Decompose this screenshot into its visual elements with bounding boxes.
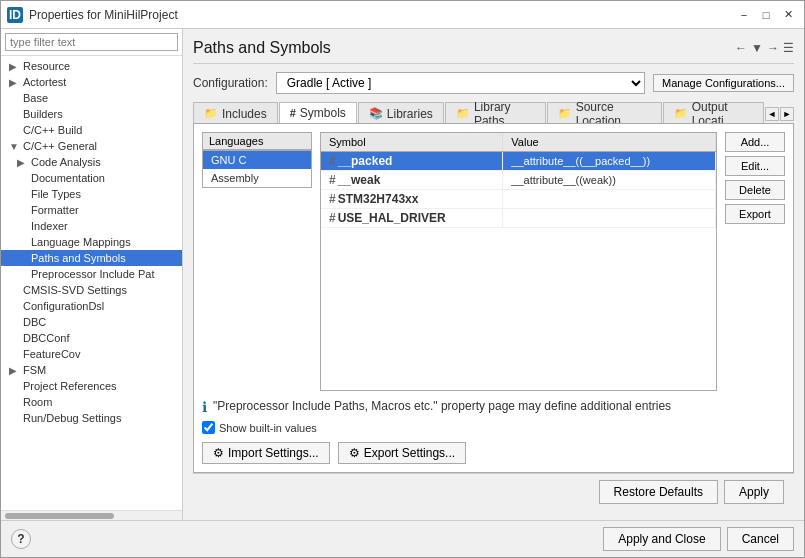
info-row: ℹ "Preprocessor Include Paths, Macros et… xyxy=(202,399,785,415)
show-builtin-label[interactable]: Show built-in values xyxy=(219,422,317,434)
delete-button[interactable]: Delete xyxy=(725,180,785,200)
main-window: ID Properties for MiniHilProject − □ ✕ ▶… xyxy=(0,0,805,558)
lang-item-gnu-c[interactable]: GNU C xyxy=(203,151,311,169)
cancel-button[interactable]: Cancel xyxy=(727,527,794,551)
sidebar-item-preprocessor[interactable]: Preprocessor Include Pat xyxy=(1,266,182,282)
show-builtin-checkbox[interactable] xyxy=(202,421,215,434)
table-row[interactable]: #STM32H743xx xyxy=(321,190,716,209)
symbol-table: Symbol Value #__packed __attribute__((__… xyxy=(321,133,716,228)
sidebar-item-formatter[interactable]: Formatter xyxy=(1,202,182,218)
tab-scroll-right-button[interactable]: ► xyxy=(780,107,794,121)
sidebar-item-featurecov[interactable]: FeatureCov xyxy=(1,346,182,362)
sidebar-item-dbc[interactable]: DBC xyxy=(1,314,182,330)
symbol-table-container: Symbol Value #__packed __attribute__((__… xyxy=(320,132,717,391)
tab-libraries[interactable]: 📚 Libraries xyxy=(358,102,444,124)
tab-output-location[interactable]: 📁 Output Locati xyxy=(663,102,764,124)
languages-section: Languages GNU C Assembly xyxy=(202,132,312,391)
window-controls: − □ ✕ xyxy=(734,6,798,24)
expand-icon: ▼ xyxy=(9,141,21,152)
sidebar-item-documentation[interactable]: Documentation xyxy=(1,170,182,186)
tabs: 📁 Includes # Symbols 📚 Libraries 📁 Libra… xyxy=(193,102,794,124)
filter-input[interactable] xyxy=(5,33,178,51)
app-icon: ID xyxy=(7,7,23,23)
sidebar-item-room[interactable]: Room xyxy=(1,394,182,410)
close-button[interactable]: ✕ xyxy=(778,6,798,24)
nav-forward-button[interactable]: → xyxy=(767,41,779,55)
import-icon: ⚙ xyxy=(213,446,224,460)
nav-menu-button[interactable]: ☰ xyxy=(783,41,794,55)
export-settings-button[interactable]: ⚙ Export Settings... xyxy=(338,442,466,464)
sidebar-item-file-types[interactable]: File Types xyxy=(1,186,182,202)
tab-source-location[interactable]: 📁 Source Location xyxy=(547,102,662,124)
tree: ▶ Resource ▶ Actortest Base Builders xyxy=(1,56,182,510)
sidebar-item-project-references[interactable]: Project References xyxy=(1,378,182,394)
sidebar-item-actortest[interactable]: ▶ Actortest xyxy=(1,74,182,90)
expand-icon: ▶ xyxy=(9,77,21,88)
tabs-container: 📁 Includes # Symbols 📚 Libraries 📁 Libra… xyxy=(193,102,794,124)
edit-button[interactable]: Edit... xyxy=(725,156,785,176)
tab-scroll-left-button[interactable]: ◄ xyxy=(765,107,779,121)
config-select[interactable]: Gradle [ Active ] xyxy=(276,72,645,94)
page-title: Paths and Symbols xyxy=(193,39,331,57)
export-button[interactable]: Export xyxy=(725,204,785,224)
nav-dropdown-button[interactable]: ▼ xyxy=(751,41,763,55)
bottom-left: ? xyxy=(11,529,31,549)
bottom-bar: ? Apply and Close Cancel xyxy=(1,520,804,557)
maximize-button[interactable]: □ xyxy=(756,6,776,24)
tab-library-paths[interactable]: 📁 Library Paths xyxy=(445,102,546,124)
table-row[interactable]: #USE_HAL_DRIVER xyxy=(321,209,716,228)
apply-and-close-button[interactable]: Apply and Close xyxy=(603,527,720,551)
show-builtin-row: Show built-in values xyxy=(202,421,785,434)
sidebar-item-code-analysis[interactable]: ▶ Code Analysis xyxy=(1,154,182,170)
sidebar-item-dbcconf[interactable]: DBCConf xyxy=(1,330,182,346)
table-row[interactable]: #__weak __attribute__((weak)) xyxy=(321,171,716,190)
minimize-button[interactable]: − xyxy=(734,6,754,24)
sidebar-item-fsm[interactable]: ▶ FSM xyxy=(1,362,182,378)
info-icon: ℹ xyxy=(202,399,207,415)
footer-buttons: Restore Defaults Apply xyxy=(193,473,794,510)
symbols-panel: Languages GNU C Assembly Symbol xyxy=(193,124,794,473)
sidebar-item-resource[interactable]: ▶ Resource xyxy=(1,58,182,74)
sidebar-item-base[interactable]: Base xyxy=(1,90,182,106)
content-area: Paths and Symbols ← ▼ → ☰ Configuration:… xyxy=(183,29,804,520)
title-bar: ID Properties for MiniHilProject − □ ✕ xyxy=(1,1,804,29)
window-title: Properties for MiniHilProject xyxy=(29,8,728,22)
apply-button[interactable]: Apply xyxy=(724,480,784,504)
languages-header: Languages xyxy=(202,132,312,150)
sidebar-item-run-debug[interactable]: Run/Debug Settings xyxy=(1,410,182,426)
sidebar-item-c-cpp-build[interactable]: C/C++ Build xyxy=(1,122,182,138)
lang-item-assembly[interactable]: Assembly xyxy=(203,169,311,187)
nav-back-button[interactable]: ← xyxy=(735,41,747,55)
info-text: "Preprocessor Include Paths, Macros etc.… xyxy=(213,399,785,413)
tab-includes[interactable]: 📁 Includes xyxy=(193,102,278,124)
sidebar-item-builders[interactable]: Builders xyxy=(1,106,182,122)
sidebar-scrollbar[interactable] xyxy=(1,510,182,520)
import-export-row: ⚙ Import Settings... ⚙ Export Settings..… xyxy=(202,442,785,464)
manage-configurations-button[interactable]: Manage Configurations... xyxy=(653,74,794,92)
expand-icon: ▶ xyxy=(9,61,21,72)
help-button[interactable]: ? xyxy=(11,529,31,549)
sidebar: ▶ Resource ▶ Actortest Base Builders xyxy=(1,29,183,520)
symbol-col-header: Symbol xyxy=(321,133,503,152)
side-buttons: Add... Edit... Delete Export xyxy=(725,132,785,391)
restore-defaults-button[interactable]: Restore Defaults xyxy=(599,480,718,504)
export-icon: ⚙ xyxy=(349,446,360,460)
table-row[interactable]: #__packed __attribute__((__packed__)) xyxy=(321,152,716,171)
filter-box xyxy=(1,29,182,56)
sidebar-item-cmsis[interactable]: CMSIS-SVD Settings xyxy=(1,282,182,298)
import-settings-button[interactable]: ⚙ Import Settings... xyxy=(202,442,330,464)
tab-symbols[interactable]: # Symbols xyxy=(279,102,357,124)
sidebar-item-configdsl[interactable]: ConfigurationDsl xyxy=(1,298,182,314)
bottom-right: Apply and Close Cancel xyxy=(603,527,794,551)
add-button[interactable]: Add... xyxy=(725,132,785,152)
expand-icon: ▶ xyxy=(9,365,21,376)
sidebar-item-paths-and-symbols[interactable]: Paths and Symbols xyxy=(1,250,182,266)
languages-list: GNU C Assembly xyxy=(202,150,312,188)
sidebar-item-c-cpp-general[interactable]: ▼ C/C++ General xyxy=(1,138,182,154)
sidebar-item-indexer[interactable]: Indexer xyxy=(1,218,182,234)
sidebar-item-language-mappings[interactable]: Language Mappings xyxy=(1,234,182,250)
value-col-header: Value xyxy=(503,133,716,152)
expand-icon: ▶ xyxy=(17,157,29,168)
main-area: ▶ Resource ▶ Actortest Base Builders xyxy=(1,29,804,520)
config-row: Configuration: Gradle [ Active ] Manage … xyxy=(193,72,794,94)
